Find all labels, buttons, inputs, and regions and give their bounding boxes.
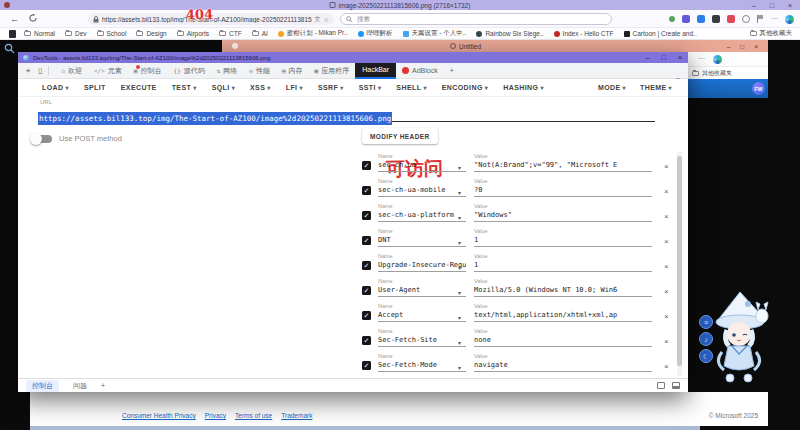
menu-mode[interactable]: MODE bbox=[598, 84, 626, 91]
edge-logo-icon[interactable] bbox=[713, 55, 722, 64]
toggle-knob[interactable] bbox=[30, 133, 42, 145]
search-box[interactable]: 搜索 bbox=[340, 13, 612, 25]
presence-status-icon[interactable] bbox=[669, 16, 675, 22]
drawer-tab-console[interactable]: 控制台 bbox=[26, 380, 59, 392]
tab-welcome[interactable]: ⌂欢迎 bbox=[55, 63, 88, 79]
header-checkbox[interactable]: ✓ bbox=[362, 211, 371, 220]
extension-icon-1[interactable] bbox=[682, 15, 690, 23]
chevron-down-icon[interactable]: ▾ bbox=[458, 264, 461, 271]
remove-header-button[interactable]: × bbox=[664, 312, 669, 321]
menu-xss[interactable]: XSS bbox=[250, 84, 271, 91]
header-checkbox[interactable]: ✓ bbox=[362, 286, 371, 295]
translate-icon[interactable]: 文 bbox=[315, 15, 321, 24]
tab-sources[interactable]: {}源代码 bbox=[167, 63, 210, 79]
footer-link-privacy[interactable]: Privacy bbox=[205, 412, 226, 419]
tab-memory[interactable]: ▤内存 bbox=[276, 63, 309, 79]
menu-load[interactable]: LOAD bbox=[42, 84, 69, 91]
inspect-element-icon[interactable]: ⌖ bbox=[26, 66, 30, 76]
bookmark-mikan[interactable]: 蜜柑计划 - Mikan Pr.. bbox=[278, 29, 348, 38]
tab-hackbar-active[interactable]: HackBar bbox=[355, 63, 396, 79]
desktop-pet-sticker[interactable]: ≡ ♪ ☾ bbox=[696, 286, 774, 392]
tab-performance[interactable]: ◎性能 bbox=[243, 63, 276, 79]
toggle-track[interactable] bbox=[32, 135, 52, 143]
other-favorites[interactable]: 其他收藏夹 bbox=[750, 29, 793, 38]
remove-header-button[interactable]: × bbox=[664, 287, 669, 296]
close-button[interactable]: × bbox=[754, 43, 758, 50]
history-clock-icon[interactable] bbox=[742, 15, 750, 23]
bookmark-settings[interactable]: 天翼设置 - 个人中.. bbox=[403, 29, 467, 38]
device-toolbar-icon[interactable]: ▯ bbox=[38, 66, 42, 75]
bookmark-hello-ctf[interactable]: Index - Hello CTF bbox=[554, 30, 614, 37]
header-name-field[interactable]: Namesec-ch-ua-platform bbox=[378, 203, 466, 222]
chevron-down-icon[interactable]: ▾ bbox=[458, 314, 461, 321]
flag-icon[interactable] bbox=[757, 15, 764, 23]
chevron-down-icon[interactable]: ▾ bbox=[458, 239, 461, 246]
back-button[interactable]: ← bbox=[10, 14, 19, 24]
menu-lfi[interactable]: LFI bbox=[286, 84, 303, 91]
maximize-button[interactable]: □ bbox=[740, 43, 744, 50]
remove-header-button[interactable]: × bbox=[664, 237, 669, 246]
header-name-field[interactable]: NameDNT bbox=[378, 228, 466, 247]
bookmark-folder-dev[interactable]: Dev bbox=[65, 30, 87, 37]
other-favorites[interactable]: 其他收藏夹 bbox=[702, 69, 732, 78]
bookmark-folder-design[interactable]: Design bbox=[136, 30, 166, 37]
header-checkbox[interactable]: ✓ bbox=[362, 261, 371, 270]
scrollbar-thumb[interactable] bbox=[677, 156, 682, 366]
drawer-tab-issues[interactable]: 问题 bbox=[67, 380, 93, 392]
header-name-field[interactable]: NameSec-Fetch-Site bbox=[378, 328, 466, 347]
chevron-down-icon[interactable]: ▾ bbox=[458, 289, 461, 296]
bookmark-rainbow-six[interactable]: Rainbow Six Siege.. bbox=[476, 30, 543, 37]
more-options-icon[interactable]: ⋯ bbox=[771, 15, 778, 23]
tab-adblock[interactable]: AdBlock bbox=[396, 63, 444, 79]
header-name-field[interactable]: NameSec-Fetch-Mode bbox=[378, 353, 466, 372]
remove-header-button[interactable]: × bbox=[664, 187, 669, 196]
remove-header-button[interactable]: × bbox=[664, 262, 669, 271]
menu-ssti[interactable]: SSTI bbox=[359, 84, 382, 91]
widget-buttons[interactable]: ≡ ♪ ☾ bbox=[700, 316, 713, 363]
desktop-search-icon[interactable] bbox=[4, 43, 15, 54]
dock-side-icon[interactable] bbox=[657, 382, 665, 389]
menu-sqli[interactable]: SQLI bbox=[212, 84, 235, 91]
bookmark-folder-normal[interactable]: Normal bbox=[24, 30, 55, 37]
header-checkbox[interactable]: ✓ bbox=[362, 361, 371, 370]
edge-logo-icon[interactable] bbox=[785, 15, 794, 24]
remove-header-button[interactable]: × bbox=[664, 337, 669, 346]
footer-link-trademark[interactable]: Trademark bbox=[281, 412, 312, 419]
footer-link-terms[interactable]: Terms of use bbox=[235, 412, 272, 419]
header-name-field[interactable]: NameUser-Agent bbox=[378, 278, 466, 297]
menu-ssrf[interactable]: SSRF bbox=[318, 84, 344, 91]
pinned-favicon[interactable] bbox=[9, 30, 16, 38]
extension-icon-2[interactable] bbox=[697, 15, 705, 23]
remove-header-button[interactable]: × bbox=[664, 212, 669, 221]
header-name-field[interactable]: NameUpgrade-Insecure-Requests bbox=[378, 253, 466, 272]
post-method-toggle[interactable]: Use POST method bbox=[32, 134, 122, 143]
header-name-field[interactable]: Namesec-ch-ua bbox=[378, 153, 466, 172]
tab-network[interactable]: ⇅网络 bbox=[211, 63, 244, 79]
bookmark-folder-ai[interactable]: AI bbox=[252, 30, 268, 37]
tab-console[interactable]: ▣控制台 bbox=[128, 63, 168, 79]
header-value-field[interactable]: Value"Windows" bbox=[474, 203, 652, 222]
chevron-down-icon[interactable]: ▾ bbox=[458, 364, 461, 371]
menu-encoding[interactable]: ENCODING bbox=[442, 84, 488, 91]
header-value-field[interactable]: Value1 bbox=[474, 253, 652, 272]
chevron-down-icon[interactable]: ▾ bbox=[458, 189, 461, 196]
more-options-icon[interactable]: ⋯ bbox=[698, 55, 705, 63]
chevron-down-icon[interactable]: ▾ bbox=[458, 214, 461, 221]
header-value-field[interactable]: Value"Not(A:Brand";v="99", "Microsoft E bbox=[474, 153, 652, 172]
profile-badge[interactable]: FW bbox=[752, 82, 765, 95]
bookmark-folder-airports[interactable]: Airports bbox=[177, 30, 209, 37]
url-input[interactable]: https://assets.bil133.top/img/The-Start-… bbox=[38, 107, 655, 122]
header-checkbox[interactable]: ✓ bbox=[362, 336, 371, 345]
menu-theme[interactable]: THEME bbox=[640, 84, 672, 91]
tab-elements[interactable]: </>元素 bbox=[88, 63, 128, 79]
close-button[interactable]: × bbox=[788, 2, 792, 9]
reload-button[interactable] bbox=[29, 14, 37, 24]
header-value-field[interactable]: Valuetext/html,application/xhtml+xml,ap bbox=[474, 303, 652, 322]
header-value-field[interactable]: Valuenavigate bbox=[474, 353, 652, 372]
add-tab-button[interactable]: + bbox=[444, 63, 460, 79]
tab-application[interactable]: ▦应用程序 bbox=[309, 63, 356, 79]
header-value-field[interactable]: Valuenone bbox=[474, 328, 652, 347]
header-value-field[interactable]: ValueMozilla/5.0 (Windows NT 10.0; Win6 bbox=[474, 278, 652, 297]
header-name-field[interactable]: NameAccept bbox=[378, 303, 466, 322]
remove-header-button[interactable]: × bbox=[664, 162, 669, 171]
